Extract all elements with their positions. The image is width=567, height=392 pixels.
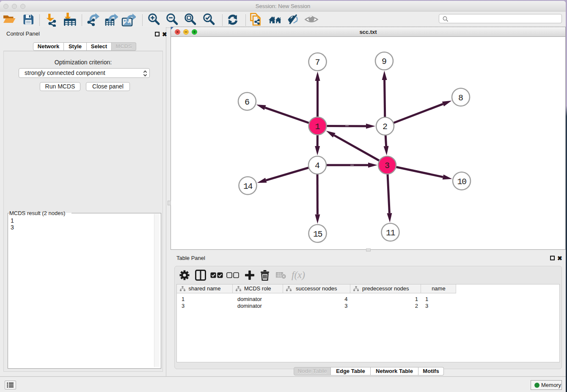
svg-text:9: 9 xyxy=(382,57,387,66)
svg-text:1: 1 xyxy=(315,122,320,132)
svg-text:8: 8 xyxy=(458,93,463,103)
svg-text:3: 3 xyxy=(385,161,390,171)
svg-text:11: 11 xyxy=(386,228,396,238)
svg-text:4: 4 xyxy=(315,161,320,171)
svg-text:10: 10 xyxy=(457,177,466,187)
svg-text:15: 15 xyxy=(313,229,322,239)
svg-text:7: 7 xyxy=(315,58,320,67)
svg-text:6: 6 xyxy=(245,97,250,107)
svg-text:2: 2 xyxy=(383,122,388,132)
svg-text:14: 14 xyxy=(243,182,253,191)
